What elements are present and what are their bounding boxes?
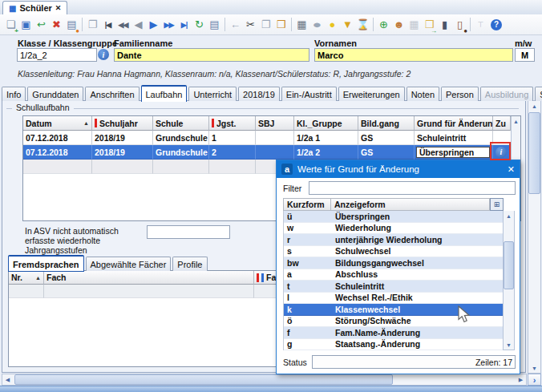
column-header-kl-gruppe[interactable]: Kl._Gruppe <box>294 116 358 131</box>
column-header-sbj[interactable]: SBJ <box>256 116 294 131</box>
familienname-field[interactable] <box>114 48 309 62</box>
tab-laufbahn[interactable]: Laufbahn <box>141 85 188 102</box>
dialog-scroll-thumb[interactable] <box>504 241 514 289</box>
column-header-zu[interactable]: Zu <box>493 116 511 131</box>
tab-person[interactable]: Person <box>441 87 479 101</box>
filter-funnel-icon[interactable]: ▼ <box>340 17 355 33</box>
delete-icon[interactable]: ✖ <box>49 17 64 33</box>
last-record-icon[interactable]: ▶| <box>176 17 192 33</box>
tab-abgewaehlte-faecher[interactable]: Abgewählte Fächer <box>86 257 172 271</box>
paste-icon[interactable]: ❒ <box>273 17 289 33</box>
column-config-icon[interactable]: ⊞ <box>490 198 504 211</box>
tab-ein-austritt[interactable]: Ein-/Austritt <box>281 87 337 101</box>
tab-schuljahr[interactable]: 2018/19 <box>238 87 280 101</box>
help-icon[interactable]: ? <box>491 19 502 30</box>
fast-backward-icon[interactable]: ◀◀ <box>115 17 131 33</box>
tab-erweiterungen[interactable]: Erweiterungen <box>338 87 405 101</box>
filter-input[interactable] <box>309 181 516 195</box>
tab-sonderpaed[interactable]: Sonderpäd. <box>535 87 542 101</box>
register-book-icon[interactable]: ▮ <box>437 17 452 33</box>
window-vertical-scrollbar[interactable]: ▲ ▼ <box>528 100 541 374</box>
value-row-bildungsgangwechsel[interactable]: bwBildungsgangwechsel <box>284 257 503 269</box>
tab-profile[interactable]: Profile <box>172 257 207 271</box>
value-row-abschluss[interactable]: aAbschluss <box>284 269 503 281</box>
tab-noten[interactable]: Noten <box>406 87 439 101</box>
value-row-fam-name-aenderung[interactable]: fFam.Name-Änderung <box>284 327 503 339</box>
new-record-icon[interactable]: ❏+ <box>3 17 18 33</box>
id-card-icon[interactable]: ▯● <box>452 17 467 33</box>
copy-record-icon[interactable]: ❐ <box>85 17 100 33</box>
scroll-up-icon[interactable]: ▲ <box>532 101 537 111</box>
first-record-icon[interactable]: |◀ <box>100 17 115 33</box>
student-icon[interactable]: ☻ <box>391 17 406 33</box>
tab-info[interactable]: Info <box>2 87 26 101</box>
reminder-clock-icon[interactable]: ⌛ <box>355 17 370 33</box>
scroll-up-icon[interactable]: ▲ <box>506 211 512 220</box>
toolbar-separator <box>291 18 292 31</box>
tab-anschriften[interactable]: Anschriften <box>85 87 139 101</box>
undo-icon[interactable]: ↩ <box>34 17 49 33</box>
scroll-left-icon[interactable]: ◀ <box>2 377 13 383</box>
previous-record-icon[interactable]: ◀ <box>131 17 146 33</box>
scroll-right-icon[interactable]: ▶ <box>516 377 526 383</box>
window-horizontal-scrollbar[interactable]: ◀ ▶ <box>2 374 527 386</box>
fast-forward-icon[interactable]: ▶▶ <box>161 17 176 33</box>
dialog-vertical-scrollbar[interactable]: ▲ ▼ <box>503 211 515 350</box>
grund-info-icon[interactable]: i <box>495 147 507 158</box>
mw-field[interactable] <box>515 48 535 62</box>
grund-edit-cell[interactable]: Überspringen <box>416 147 490 158</box>
hint-bulb-icon[interactable]: ● <box>325 17 340 33</box>
refresh-icon[interactable]: ↻ <box>192 17 207 33</box>
cut-icon[interactable]: ✂ <box>243 17 258 33</box>
column-header-jgst[interactable]: Jgst. <box>209 116 256 131</box>
value-row-staatsang-aenderung[interactable]: gStaatsang.-Änderung <box>284 339 503 351</box>
scroll-down-icon[interactable]: ▼ <box>506 340 512 350</box>
tab-grunddaten[interactable]: Grunddaten <box>27 87 83 101</box>
column-header-grund[interactable]: Grund für Änderung <box>415 116 493 131</box>
laufbahn-row-2-selected[interactable]: 07.12.2018 2018/19 Grundschule ... 2 1/2… <box>23 145 511 160</box>
value-row-stoerung-schwaeche[interactable]: öStörung/Schwäche <box>284 316 503 328</box>
column-header-kurzform[interactable]: Kurzform <box>283 198 331 211</box>
column-header-datum[interactable]: Datum▲ <box>23 116 92 131</box>
note-input[interactable] <box>147 225 230 239</box>
value-row-schuleintritt[interactable]: tSchuleintritt <box>284 281 503 293</box>
scroll-down-icon[interactable]: ▼ <box>532 363 537 373</box>
form-edit-icon[interactable]: ▤● <box>64 17 79 33</box>
next-record-icon[interactable]: ▶ <box>146 17 161 33</box>
dialog-titlebar[interactable]: a Werte für Grund für Änderung ✕ <box>277 160 520 178</box>
column-header-fach[interactable]: Fach <box>44 271 254 285</box>
column-header-anzeigeform[interactable]: Anzeigeform <box>331 198 490 211</box>
value-row-schulwechsel[interactable]: sSchulwechsel <box>284 246 503 258</box>
folder-export-icon[interactable]: ❒→ <box>422 17 437 33</box>
status-field: Zeilen: 17 <box>312 355 516 369</box>
klasse-info-icon[interactable]: i <box>98 49 109 60</box>
status-label: Status <box>283 358 307 367</box>
back-arrow-icon[interactable]: ← <box>228 17 243 33</box>
column-header-schuljahr[interactable]: Schuljahr <box>92 116 153 131</box>
tab-fremdsprachen[interactable]: Fremdsprachen <box>8 255 84 272</box>
vornamen-field[interactable] <box>314 48 513 62</box>
list-view-icon[interactable]: ▤ <box>207 17 222 33</box>
expand-corner-button[interactable]: › <box>528 374 541 386</box>
dialog-close-icon[interactable]: ✕ <box>508 164 515 175</box>
value-row-ueberspringen[interactable]: üÜberspringen <box>284 211 503 223</box>
globe-export-icon[interactable]: ⊕ <box>376 17 391 33</box>
value-row-wechsel-rel-ethik[interactable]: lWechsel Rel.-/Ethik <box>284 293 503 305</box>
tab-unterricht[interactable]: Unterricht <box>188 87 237 101</box>
horizontal-scroll-thumb[interactable] <box>14 374 393 385</box>
close-tab-icon[interactable]: ✕ <box>55 4 62 12</box>
copy-icon[interactable]: ❐ <box>258 17 273 33</box>
vertical-scroll-thumb[interactable] <box>528 112 540 194</box>
column-header-bildgang[interactable]: Bild.gang <box>358 116 415 131</box>
laufbahn-row-1[interactable]: 07.12.2018 2018/19 Grundschule ... 1 1/2… <box>23 131 511 145</box>
document-tabstrip: ▦ Schüler ✕ <box>0 0 542 15</box>
value-row-klassenwechsel-selected[interactable]: kKlassenwechsel <box>284 304 503 316</box>
column-header-schule[interactable]: Schule <box>153 116 209 131</box>
doc-tab-schueler[interactable]: ▦ Schüler ✕ <box>2 1 67 14</box>
column-header-nr[interactable]: Nr.▲ <box>9 271 44 285</box>
value-row-wiederholung[interactable]: wWiederholung <box>284 223 503 235</box>
scroll-up-icon[interactable]: ▲ <box>513 116 519 126</box>
klasse-field[interactable] <box>17 48 97 62</box>
save-icon[interactable]: ▣ <box>18 17 34 33</box>
value-row-unterjaehrige-wiederholung[interactable]: runterjährige Wiederholung <box>284 234 503 246</box>
